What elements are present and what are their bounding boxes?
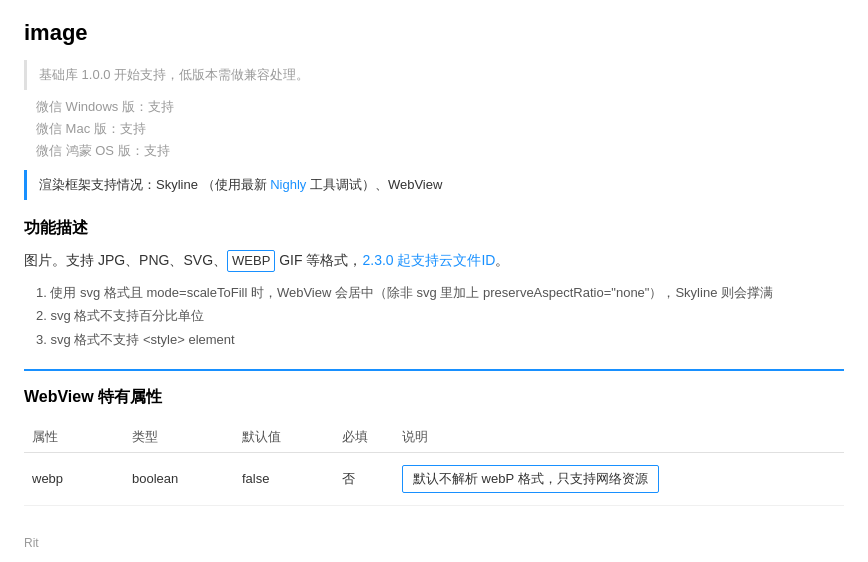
cell-desc: 默认不解析 webP 格式，只支持网络资源 [394,452,844,505]
func-section-title: 功能描述 [24,218,844,239]
cell-default: false [234,452,334,505]
table-header-type: 类型 [124,422,234,453]
webview-section: WebView 特有属性 属性 类型 默认值 必填 说明 webp boolea… [24,387,844,506]
func-section: 功能描述 图片。支持 JPG、PNG、SVG、WEBP GIF 等格式，2.3.… [24,218,844,351]
cell-type: boolean [124,452,234,505]
func-note-3: 3. svg 格式不支持 <style> element [36,328,844,351]
func-note-1: 1. 使用 svg 格式且 mode=scaleToFill 时，WebView… [36,281,844,304]
render-tools: 工具调试）、 [306,177,388,192]
bottom-text: Rit [24,536,844,550]
func-desc: 图片。支持 JPG、PNG、SVG、WEBP GIF 等格式，2.3.0 起支持… [24,249,844,273]
section-divider [24,369,844,371]
render-row: 渲染框架支持情况：Skyline （使用最新 Nighly 工具调试）、WebV… [24,170,844,200]
func-desc-end: GIF 等格式， [275,252,362,268]
table-header-default: 默认值 [234,422,334,453]
func-desc-start: 图片。支持 JPG、PNG、SVG、 [24,252,227,268]
table-header-attr: 属性 [24,422,124,453]
cell-attr: webp [24,452,124,505]
func-highlight-box: WEBP [227,250,275,272]
render-parens: （使用最新 [202,177,271,192]
render-skyline: Skyline [156,177,198,192]
func-link[interactable]: 2.3.0 起支持云文件ID [362,252,495,268]
desc-cell-box: 默认不解析 webP 格式，只支持网络资源 [402,465,659,493]
render-webview: WebView [388,177,442,192]
support-mac: 微信 Mac 版：支持 [24,118,844,140]
cell-required: 否 [334,452,394,505]
info-box: 基础库 1.0.0 开始支持，低版本需做兼容处理。 [24,60,844,90]
func-desc-dot: 。 [495,252,509,268]
support-windows: 微信 Windows 版：支持 [24,96,844,118]
webview-section-title: WebView 特有属性 [24,387,844,408]
table-row: webp boolean false 否 默认不解析 webP 格式，只支持网络… [24,452,844,505]
render-label: 渲染框架支持情况： [39,177,156,192]
render-nighly-link[interactable]: Nighly [270,177,306,192]
prop-table: 属性 类型 默认值 必填 说明 webp boolean false 否 默认不… [24,422,844,506]
func-notes-list: 1. 使用 svg 格式且 mode=scaleToFill 时，WebView… [24,281,844,351]
func-note-2: 2. svg 格式不支持百分比单位 [36,304,844,327]
page-title: image [24,20,844,46]
support-harmonyos: 微信 鸿蒙 OS 版：支持 [24,140,844,162]
table-header-required: 必填 [334,422,394,453]
table-header-desc: 说明 [394,422,844,453]
